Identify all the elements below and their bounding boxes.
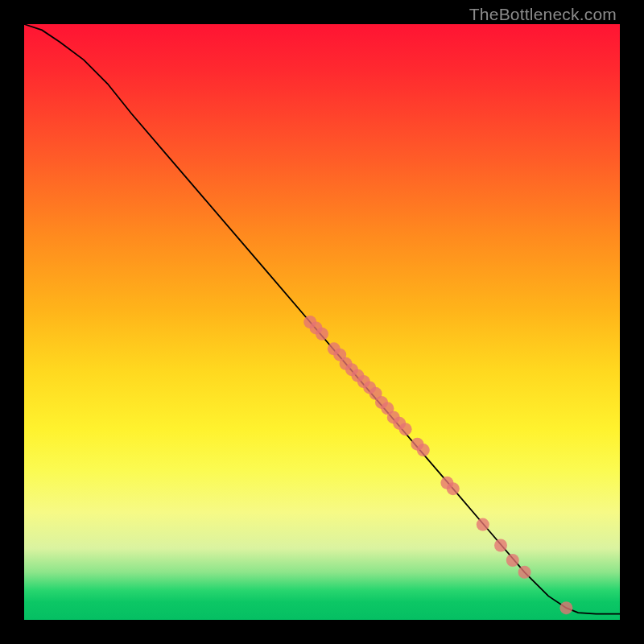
watermark-text: TheBottleneck.com	[469, 5, 617, 24]
data-marker	[506, 554, 519, 567]
curve-layer	[24, 24, 620, 620]
chart-stage: TheBottleneck.com	[0, 0, 644, 644]
markers-group	[303, 316, 572, 614]
data-marker	[316, 328, 328, 341]
data-marker	[477, 518, 489, 531]
data-marker	[399, 423, 412, 436]
data-marker	[447, 482, 460, 495]
bottleneck-curve	[24, 24, 620, 614]
data-marker	[559, 601, 572, 614]
plot-area	[24, 24, 620, 620]
data-marker	[494, 539, 507, 552]
data-marker	[417, 444, 430, 456]
data-marker	[518, 566, 531, 579]
